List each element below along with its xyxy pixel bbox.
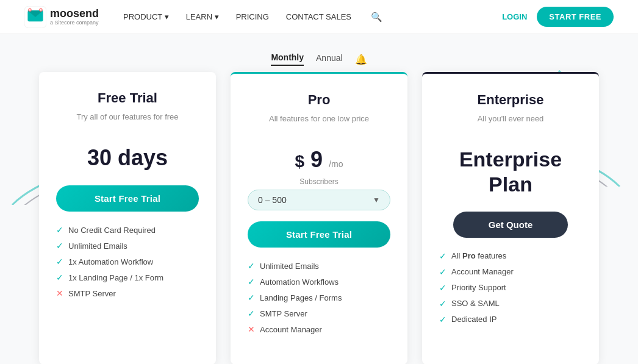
subscribers-section: Subscribers 0 – 500 ▼ (248, 177, 390, 210)
list-item: ✕ SMTP Server (56, 288, 199, 298)
free-trial-price: 30 days (87, 145, 168, 171)
feature-text: Landing Pages / Forms (260, 293, 342, 302)
logo-name: moosend (50, 8, 99, 20)
free-trial-subtitle: Try all of our features for free (76, 112, 178, 134)
enterprise-features: ✓ All Pro features ✓ Account Manager ✓ P… (439, 251, 582, 330)
list-item: ✕ Account Manager (248, 324, 390, 334)
feature-text: Unlimited Emails (260, 262, 319, 271)
svg-point-5 (29, 9, 31, 10)
pro-card: Pro All features for one low price $ 9 /… (231, 72, 407, 364)
pro-currency: $ (295, 152, 305, 171)
feature-text: 1x Landing Page / 1x Form (68, 273, 163, 282)
check-icon: ✓ (248, 309, 255, 318)
feature-text: 1x Automation Workflow (68, 257, 153, 266)
pro-cta-button[interactable]: Start Free Trial (248, 221, 390, 248)
enterprise-title: Enterprise (478, 92, 544, 108)
list-item: ✓ Account Manager (439, 267, 582, 277)
check-icon: ✓ (439, 251, 446, 261)
pricing-cards: Free Trial Try all of our features for f… (37, 72, 601, 364)
feature-text: Account Manager (260, 325, 322, 334)
check-icon: ✓ (56, 225, 63, 235)
nav-learn[interactable]: LEARN ▾ (186, 12, 219, 21)
start-free-button[interactable]: START FREE (537, 7, 614, 27)
logo[interactable]: moosend a Sitecore company (24, 6, 99, 28)
list-item: ✓ 1x Automation Workflow (56, 257, 199, 266)
enterprise-price-line1: Enterprise (459, 147, 562, 172)
login-button[interactable]: LOGIN (502, 12, 527, 21)
list-item: ✓ No Credit Card Required (56, 225, 199, 235)
pro-features: ✓ Unlimited Emails ✓ Automation Workflow… (248, 261, 390, 340)
free-trial-card: Free Trial Try all of our features for f… (39, 72, 216, 364)
pro-bold: Pro (462, 251, 476, 260)
check-icon: ✓ (56, 273, 63, 282)
logo-sub: a Sitecore company (50, 20, 99, 26)
search-icon[interactable]: 🔍 (371, 12, 382, 23)
check-icon: ✓ (439, 299, 446, 309)
list-item: ✓ Unlimited Emails (248, 261, 390, 271)
feature-text: Dedicated IP (451, 315, 496, 324)
subscribers-label: Subscribers (248, 177, 390, 186)
check-icon: ✓ (248, 261, 255, 271)
nav-right: LOGIN START FREE (502, 7, 614, 27)
feature-text: Unlimited Emails (68, 241, 127, 251)
nav-contact-sales[interactable]: CONTACT SALES (286, 12, 351, 21)
check-icon: ✓ (248, 293, 255, 302)
feature-text: Account Manager (451, 267, 514, 276)
list-item: ✓ 1x Landing Page / 1x Form (56, 273, 199, 282)
pro-period: /mo (329, 159, 343, 169)
feature-text: SSO & SAML (451, 299, 500, 308)
enterprise-price-line2: Plan (459, 172, 562, 197)
check-icon: ✓ (439, 267, 446, 277)
nav-pricing[interactable]: PRICING (236, 12, 269, 21)
bell-icon: 🔔 (355, 54, 367, 65)
billing-toggle: Monthly Annual 🔔 (37, 52, 601, 66)
free-trial-cta-button[interactable]: Start Free Trial (56, 185, 199, 212)
list-item: ✓ SSO & SAML (439, 299, 582, 309)
feature-text: No Credit Card Required (68, 226, 156, 235)
list-item: ✓ SMTP Server (248, 309, 390, 318)
feature-text: Automation Workflows (260, 277, 339, 287)
list-item: ✓ Landing Pages / Forms (248, 293, 390, 302)
pro-price: $ 9 /mo (295, 147, 343, 173)
enterprise-price: Enterprise Plan (459, 147, 562, 197)
check-icon: ✓ (56, 241, 63, 251)
free-trial-features: ✓ No Credit Card Required ✓ Unlimited Em… (56, 225, 199, 304)
feature-text: SMTP Server (260, 309, 307, 318)
check-icon: ✓ (56, 257, 63, 266)
check-icon: ✓ (439, 283, 446, 293)
free-trial-title: Free Trial (98, 90, 157, 106)
main-content: Monthly Annual 🔔 Free Trial Try all of o… (0, 34, 638, 364)
list-item: ✓ Unlimited Emails (56, 241, 199, 251)
x-icon: ✕ (56, 288, 63, 298)
enterprise-card: Enterprise All you'll ever need Enterpri… (422, 72, 599, 364)
check-icon: ✓ (248, 277, 255, 287)
chevron-down-icon: ▼ (373, 196, 380, 204)
monthly-toggle[interactable]: Monthly (271, 52, 304, 66)
x-icon: ✕ (248, 324, 255, 334)
pro-amount: 9 (310, 147, 323, 172)
feature-text: SMTP Server (68, 289, 116, 298)
navbar: moosend a Sitecore company PRODUCT ▾ LEA… (0, 0, 638, 34)
logo-text: moosend a Sitecore company (50, 8, 99, 26)
feature-text: All Pro features (451, 251, 506, 260)
subscribers-dropdown[interactable]: 0 – 500 ▼ (248, 190, 390, 210)
svg-point-6 (40, 9, 42, 10)
subscribers-value: 0 – 500 (258, 195, 287, 205)
nav-product[interactable]: PRODUCT ▾ (123, 12, 169, 21)
nav-links: PRODUCT ▾ LEARN ▾ PRICING CONTACT SALES … (123, 12, 502, 23)
logo-icon (24, 6, 46, 28)
list-item: ✓ Priority Support (439, 283, 582, 293)
enterprise-subtitle: All you'll ever need (478, 114, 544, 136)
feature-text: Priority Support (451, 283, 506, 292)
list-item: ✓ All Pro features (439, 251, 582, 261)
check-icon: ✓ (439, 315, 446, 324)
list-item: ✓ Dedicated IP (439, 315, 582, 324)
annual-toggle[interactable]: Annual (316, 53, 343, 65)
pro-subtitle: All features for one low price (269, 114, 369, 136)
pro-title: Pro (308, 92, 331, 108)
enterprise-cta-button[interactable]: Get Quote (453, 212, 567, 238)
list-item: ✓ Automation Workflows (248, 277, 390, 287)
